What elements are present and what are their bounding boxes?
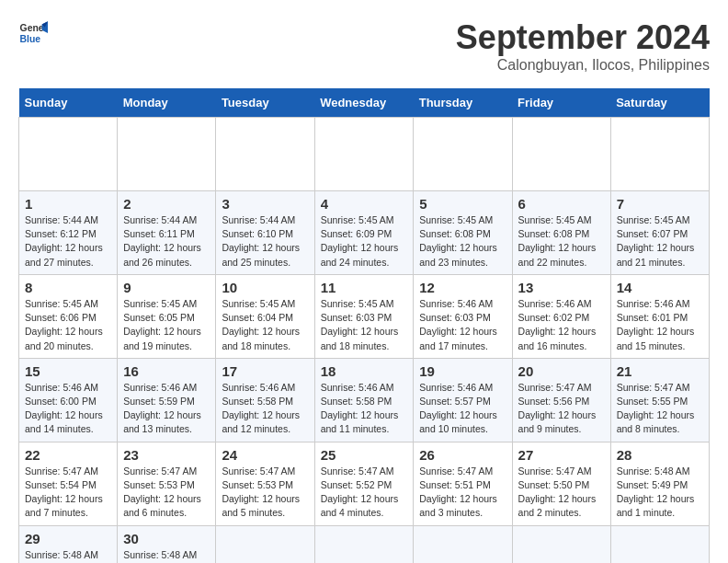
day-info: Sunrise: 5:46 AMSunset: 6:00 PMDaylight:… xyxy=(25,381,111,437)
weekday-header-cell: Sunday xyxy=(19,88,118,118)
calendar-day-cell xyxy=(314,525,414,563)
day-number: 21 xyxy=(617,363,703,379)
day-info: Sunrise: 5:45 AMSunset: 6:09 PMDaylight:… xyxy=(321,213,408,270)
calendar-day-cell: 28Sunrise: 5:48 AMSunset: 5:49 PMDayligh… xyxy=(610,442,709,525)
calendar-day-cell: 8Sunrise: 5:45 AMSunset: 6:06 PMDaylight… xyxy=(19,274,118,358)
calendar-day-cell: 30Sunrise: 5:48 AMSunset: 5:48 PMDayligh… xyxy=(118,525,216,563)
day-info: Sunrise: 5:46 AMSunset: 5:58 PMDaylight:… xyxy=(321,381,408,437)
day-number: 16 xyxy=(123,363,210,379)
day-info: Sunrise: 5:48 AMSunset: 5:48 PMDaylight:… xyxy=(25,548,111,564)
day-info: Sunrise: 5:46 AMSunset: 6:03 PMDaylight:… xyxy=(419,297,506,353)
day-number: 3 xyxy=(222,196,308,212)
day-info: Sunrise: 5:46 AMSunset: 5:59 PMDaylight:… xyxy=(123,381,210,437)
day-number: 1 xyxy=(25,196,111,212)
day-info: Sunrise: 5:47 AMSunset: 5:54 PMDaylight:… xyxy=(25,465,111,521)
calendar-day-cell: 29Sunrise: 5:48 AMSunset: 5:48 PMDayligh… xyxy=(19,525,118,563)
calendar-day-cell: 25Sunrise: 5:47 AMSunset: 5:52 PMDayligh… xyxy=(314,442,414,525)
day-info: Sunrise: 5:47 AMSunset: 5:53 PMDaylight:… xyxy=(222,465,308,521)
weekday-header-cell: Friday xyxy=(512,88,610,118)
weekday-header-row: SundayMondayTuesdayWednesdayThursdayFrid… xyxy=(19,88,710,118)
calendar-day-cell xyxy=(610,525,709,563)
day-number: 10 xyxy=(222,280,308,295)
day-number: 15 xyxy=(25,363,111,379)
day-number: 28 xyxy=(617,447,703,463)
calendar-day-cell: 21Sunrise: 5:47 AMSunset: 5:55 PMDayligh… xyxy=(610,358,709,442)
calendar-day-cell: 15Sunrise: 5:46 AMSunset: 6:00 PMDayligh… xyxy=(19,358,118,442)
day-info: Sunrise: 5:45 AMSunset: 6:03 PMDaylight:… xyxy=(321,297,408,353)
day-number: 11 xyxy=(321,280,408,295)
day-number: 7 xyxy=(617,196,703,212)
day-info: Sunrise: 5:44 AMSunset: 6:12 PMDaylight:… xyxy=(25,213,111,270)
day-number: 20 xyxy=(518,363,605,379)
calendar-day-cell xyxy=(512,118,610,191)
calendar-week-row: 15Sunrise: 5:46 AMSunset: 6:00 PMDayligh… xyxy=(19,358,710,442)
day-info: Sunrise: 5:44 AMSunset: 6:10 PMDaylight:… xyxy=(222,213,308,270)
day-info: Sunrise: 5:45 AMSunset: 6:04 PMDaylight:… xyxy=(222,297,308,353)
calendar-day-cell xyxy=(118,118,216,191)
day-info: Sunrise: 5:48 AMSunset: 5:48 PMDaylight:… xyxy=(123,548,210,564)
day-number: 18 xyxy=(321,363,408,379)
month-title: September 2024 xyxy=(456,18,710,57)
day-number: 5 xyxy=(419,196,506,212)
page-header: General Blue September 2024 Calongbuyan,… xyxy=(18,18,710,74)
day-number: 8 xyxy=(25,280,111,295)
day-number: 26 xyxy=(419,447,506,463)
day-number: 27 xyxy=(518,447,605,463)
day-info: Sunrise: 5:44 AMSunset: 6:11 PMDaylight:… xyxy=(123,213,210,270)
day-info: Sunrise: 5:45 AMSunset: 6:07 PMDaylight:… xyxy=(617,213,703,270)
day-number: 29 xyxy=(25,531,111,546)
calendar-day-cell: 27Sunrise: 5:47 AMSunset: 5:50 PMDayligh… xyxy=(512,442,610,525)
calendar-day-cell xyxy=(314,118,414,191)
day-info: Sunrise: 5:46 AMSunset: 5:57 PMDaylight:… xyxy=(419,381,506,437)
calendar-day-cell: 6Sunrise: 5:45 AMSunset: 6:08 PMDaylight… xyxy=(512,191,610,275)
day-info: Sunrise: 5:46 AMSunset: 6:02 PMDaylight:… xyxy=(518,297,605,353)
day-info: Sunrise: 5:47 AMSunset: 5:53 PMDaylight:… xyxy=(123,465,210,521)
calendar-day-cell: 1Sunrise: 5:44 AMSunset: 6:12 PMDaylight… xyxy=(19,191,118,275)
calendar-day-cell: 14Sunrise: 5:46 AMSunset: 6:01 PMDayligh… xyxy=(610,274,709,358)
calendar-week-row: 8Sunrise: 5:45 AMSunset: 6:06 PMDaylight… xyxy=(19,274,710,358)
calendar-day-cell: 20Sunrise: 5:47 AMSunset: 5:56 PMDayligh… xyxy=(512,358,610,442)
day-info: Sunrise: 5:45 AMSunset: 6:08 PMDaylight:… xyxy=(518,213,605,270)
weekday-header-cell: Thursday xyxy=(414,88,512,118)
calendar-day-cell: 2Sunrise: 5:44 AMSunset: 6:11 PMDaylight… xyxy=(118,191,216,275)
calendar-day-cell: 26Sunrise: 5:47 AMSunset: 5:51 PMDayligh… xyxy=(414,442,512,525)
calendar-day-cell: 12Sunrise: 5:46 AMSunset: 6:03 PMDayligh… xyxy=(414,274,512,358)
calendar-day-cell: 13Sunrise: 5:46 AMSunset: 6:02 PMDayligh… xyxy=(512,274,610,358)
calendar-day-cell xyxy=(19,118,118,191)
day-info: Sunrise: 5:47 AMSunset: 5:51 PMDaylight:… xyxy=(419,465,506,521)
title-block: September 2024 Calongbuyan, Ilocos, Phil… xyxy=(456,18,710,74)
svg-text:Blue: Blue xyxy=(20,34,41,44)
calendar-day-cell: 3Sunrise: 5:44 AMSunset: 6:10 PMDaylight… xyxy=(216,191,314,275)
calendar-week-row: 29Sunrise: 5:48 AMSunset: 5:48 PMDayligh… xyxy=(19,525,710,563)
day-info: Sunrise: 5:45 AMSunset: 6:06 PMDaylight:… xyxy=(25,297,111,353)
logo: General Blue xyxy=(18,18,48,48)
day-number: 17 xyxy=(222,363,308,379)
day-info: Sunrise: 5:46 AMSunset: 5:58 PMDaylight:… xyxy=(222,381,308,437)
day-info: Sunrise: 5:45 AMSunset: 6:05 PMDaylight:… xyxy=(123,297,210,353)
calendar-day-cell: 7Sunrise: 5:45 AMSunset: 6:07 PMDaylight… xyxy=(610,191,709,275)
day-number: 2 xyxy=(123,196,210,212)
calendar-week-row xyxy=(19,118,710,191)
calendar-day-cell: 5Sunrise: 5:45 AMSunset: 6:08 PMDaylight… xyxy=(414,191,512,275)
day-number: 30 xyxy=(123,531,210,546)
weekday-header-cell: Tuesday xyxy=(216,88,314,118)
calendar-day-cell xyxy=(216,118,314,191)
calendar-day-cell: 9Sunrise: 5:45 AMSunset: 6:05 PMDaylight… xyxy=(118,274,216,358)
day-number: 24 xyxy=(222,447,308,463)
calendar-day-cell xyxy=(414,525,512,563)
day-info: Sunrise: 5:47 AMSunset: 5:52 PMDaylight:… xyxy=(321,465,408,521)
weekday-header-cell: Wednesday xyxy=(314,88,414,118)
calendar-day-cell: 23Sunrise: 5:47 AMSunset: 5:53 PMDayligh… xyxy=(118,442,216,525)
day-number: 6 xyxy=(518,196,605,212)
day-info: Sunrise: 5:47 AMSunset: 5:56 PMDaylight:… xyxy=(518,381,605,437)
day-number: 22 xyxy=(25,447,111,463)
day-info: Sunrise: 5:47 AMSunset: 5:50 PMDaylight:… xyxy=(518,465,605,521)
day-info: Sunrise: 5:48 AMSunset: 5:49 PMDaylight:… xyxy=(617,465,703,521)
calendar-day-cell xyxy=(512,525,610,563)
calendar-day-cell: 17Sunrise: 5:46 AMSunset: 5:58 PMDayligh… xyxy=(216,358,314,442)
calendar-body: 1Sunrise: 5:44 AMSunset: 6:12 PMDaylight… xyxy=(19,118,710,564)
calendar-week-row: 1Sunrise: 5:44 AMSunset: 6:12 PMDaylight… xyxy=(19,191,710,275)
calendar-week-row: 22Sunrise: 5:47 AMSunset: 5:54 PMDayligh… xyxy=(19,442,710,525)
day-info: Sunrise: 5:46 AMSunset: 6:01 PMDaylight:… xyxy=(617,297,703,353)
calendar-day-cell: 10Sunrise: 5:45 AMSunset: 6:04 PMDayligh… xyxy=(216,274,314,358)
